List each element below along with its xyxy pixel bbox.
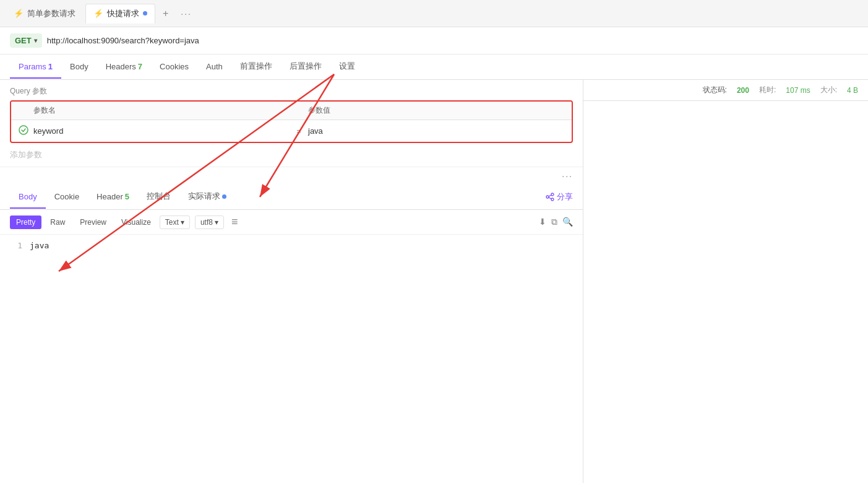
url-input[interactable] xyxy=(47,36,858,45)
svg-point-3 xyxy=(19,126,28,134)
encoding-label: utf8 xyxy=(200,218,213,227)
format-label: Text xyxy=(165,218,179,227)
params-panel: Query 参数 参数名 参数值 keyword = xyxy=(0,80,583,483)
status-code-value: 200 xyxy=(737,86,749,95)
lightning-icon-2: ⚡ xyxy=(93,9,103,18)
tab-simple-label: 简单参数请求 xyxy=(27,8,75,19)
query-section-label: Query 参数 xyxy=(0,80,583,100)
wrap-button[interactable]: ≡ xyxy=(226,214,243,230)
tab-unsaved-dot xyxy=(143,11,147,15)
tab-post-action[interactable]: 后置操作 xyxy=(281,54,330,79)
tab-quick-label: 快捷请求 xyxy=(107,8,139,19)
status-bar: 状态码: 200 耗时: 107 ms 大小: 4 B xyxy=(583,80,868,101)
resp-tab-body[interactable]: Body xyxy=(10,186,46,209)
add-param-button[interactable]: 添加参数 xyxy=(0,143,583,167)
size-value: 4 B xyxy=(847,86,858,95)
raw-btn[interactable]: Raw xyxy=(44,215,71,229)
body-content-wrapper: 1 java xyxy=(10,241,573,477)
body-content-area: 1 java xyxy=(0,235,583,483)
pretty-btn[interactable]: Pretty xyxy=(10,215,41,229)
format-selector[interactable]: Text ▾ xyxy=(160,215,190,229)
table-row: keyword = java xyxy=(11,120,572,142)
body-text-1: java xyxy=(30,241,49,477)
visualize-btn[interactable]: Visualize xyxy=(115,215,157,229)
search-icon[interactable]: 🔍 xyxy=(562,217,573,227)
lightning-icon-1: ⚡ xyxy=(14,9,24,18)
encoding-selector[interactable]: utf8 ▾ xyxy=(195,215,224,229)
param-value-cell[interactable]: java xyxy=(308,126,564,136)
copy-icon[interactable]: ⧉ xyxy=(551,217,557,227)
tab-simple-request[interactable]: ⚡ 简单参数请求 xyxy=(6,4,83,23)
tab-headers[interactable]: Headers7 xyxy=(97,56,151,79)
response-status-panel: 状态码: 200 耗时: 107 ms 大小: 4 B xyxy=(583,80,868,483)
method-selector[interactable]: GET ▾ xyxy=(10,33,42,48)
request-tabs: Params1 Body Headers7 Cookies Auth 前置操作 … xyxy=(0,54,868,80)
format-chevron: ▾ xyxy=(181,218,184,227)
share-label: 分享 xyxy=(557,191,573,202)
svg-point-6 xyxy=(551,198,554,201)
body-toolbar: Pretty Raw Preview Visualize Text ▾ utf8… xyxy=(0,210,583,235)
param-eq-cell: = xyxy=(290,126,308,136)
time-label: 耗时: xyxy=(759,85,776,95)
tab-cookies[interactable]: Cookies xyxy=(151,56,197,79)
tab-pre-action[interactable]: 前置操作 xyxy=(231,54,281,79)
status-code-label: 状态码: xyxy=(703,85,727,95)
tab-body[interactable]: Body xyxy=(61,56,97,79)
svg-point-4 xyxy=(551,193,554,196)
time-value: 107 ms xyxy=(786,86,810,95)
params-table: 参数名 参数值 keyword = java xyxy=(10,100,573,143)
preview-btn[interactable]: Preview xyxy=(74,215,113,229)
tab-bar: ⚡ 简单参数请求 ⚡ 快捷请求 + ··· xyxy=(0,0,868,27)
body-toolbar-icons: ⬇ ⧉ 🔍 xyxy=(539,217,573,227)
resp-tab-cookie[interactable]: Cookie xyxy=(46,186,88,209)
resp-tab-console[interactable]: 控制台 xyxy=(138,185,179,209)
params-table-header: 参数名 参数值 xyxy=(11,102,572,120)
response-tabs-bar: Body Cookie Header5 控制台 实际请求 xyxy=(0,185,583,210)
row-check-icon[interactable] xyxy=(19,125,33,137)
download-icon[interactable]: ⬇ xyxy=(539,217,546,227)
url-bar: GET ▾ xyxy=(0,27,868,54)
chevron-down-icon: ▾ xyxy=(34,37,37,44)
add-tab-button[interactable]: + xyxy=(158,6,173,22)
line-number-1: 1 xyxy=(10,241,22,477)
tab-quick-request[interactable]: ⚡ 快捷请求 xyxy=(85,4,155,24)
tab-params[interactable]: Params1 xyxy=(10,56,61,79)
col-name-header: 参数名 xyxy=(33,105,290,116)
share-button[interactable]: 分享 xyxy=(546,191,573,202)
tab-auth[interactable]: Auth xyxy=(197,56,231,79)
encoding-chevron: ▾ xyxy=(215,218,218,227)
col-value-header: 参数值 xyxy=(308,105,564,116)
size-label: 大小: xyxy=(820,85,837,95)
tab-settings[interactable]: 设置 xyxy=(330,54,364,79)
resp-tab-actual[interactable]: 实际请求 xyxy=(179,185,235,209)
more-options-button[interactable]: ··· xyxy=(562,171,573,181)
svg-line-7 xyxy=(549,195,551,196)
tab-more-button[interactable]: ··· xyxy=(176,6,197,21)
param-name-cell[interactable]: keyword xyxy=(33,126,290,136)
method-label: GET xyxy=(15,36,32,45)
svg-line-8 xyxy=(549,198,551,199)
resp-tab-header[interactable]: Header5 xyxy=(88,186,138,209)
actual-request-dot xyxy=(222,194,226,199)
svg-point-5 xyxy=(546,196,549,198)
